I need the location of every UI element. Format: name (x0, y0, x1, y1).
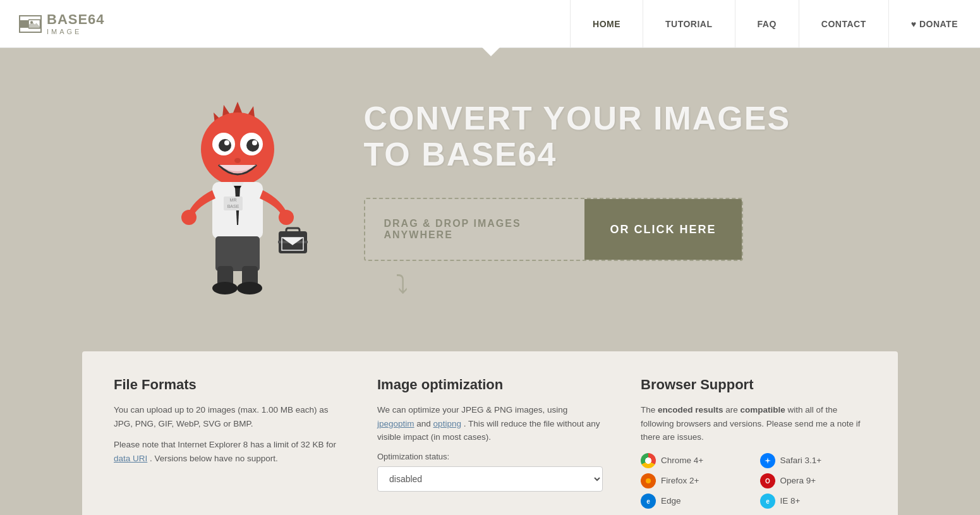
safari-label: Safari 3.1+ (780, 456, 822, 465)
opera-icon: O (760, 473, 775, 488)
svg-point-11 (246, 139, 259, 152)
file-formats-heading: File Formats (114, 377, 339, 393)
image-optimization-para: We can optimize your JPEG & PNG images, … (377, 403, 603, 444)
mascot-area: MR BASE (136, 99, 339, 301)
nav-tutorial[interactable]: TUTORIAL (643, 0, 735, 47)
mascot-illustration: MR BASE (155, 99, 320, 301)
svg-marker-18 (234, 186, 241, 188)
opera-label: Opera 9+ (780, 476, 816, 485)
browser-item-safari: Safari 3.1+ (760, 453, 867, 468)
svg-point-37 (646, 478, 651, 483)
svg-point-23 (279, 210, 294, 225)
browser-item-ie: e IE 8+ (760, 494, 867, 509)
svg-point-27 (212, 282, 238, 294)
browser-item-chrome: Chrome 4+ (641, 453, 747, 468)
logo-subtitle: IMAGE (47, 28, 105, 35)
optipng-link[interactable]: optipng (433, 419, 461, 428)
browser-item-firefox: Firefox 2+ (641, 473, 747, 488)
logo-text: BASE64 IMAGE (47, 12, 105, 35)
logo-area: BASE64 IMAGE (0, 12, 570, 35)
browser-support-intro: The encoded results are compatible with … (641, 403, 866, 444)
svg-rect-24 (215, 236, 260, 271)
jpegoptim-link[interactable]: jpegoptim (377, 419, 414, 428)
svg-point-2 (30, 21, 33, 23)
browser-item-edge: e Edge (641, 494, 747, 509)
browser-support-col: Browser Support The encoded results are … (641, 377, 866, 509)
hero-title-line2: TO BASE64 (364, 136, 844, 173)
svg-point-14 (234, 158, 241, 163)
header: BASE64 IMAGE HOME TUTORIAL FAQ CONTACT ♥… (0, 0, 980, 48)
edge-label: Edge (661, 496, 681, 506)
image-optimization-col: Image optimization We can optimize your … (377, 377, 603, 509)
svg-text:e: e (646, 498, 650, 505)
arrow-hint: ⤵ (396, 270, 844, 299)
hero-inner: MR BASE (111, 99, 869, 301)
svg-point-10 (219, 139, 231, 152)
drag-drop-label: DRAG & DROP IMAGES ANYWHERE (384, 218, 566, 241)
ie-icon: e (760, 494, 775, 509)
chrome-label: Chrome 4+ (661, 456, 703, 465)
logo-icon (19, 15, 42, 33)
svg-marker-1 (28, 21, 40, 28)
svg-point-13 (252, 140, 257, 145)
upload-zone[interactable]: DRAG & DROP IMAGES ANYWHERE OR CLICK HER… (364, 198, 743, 261)
ie-label: IE 8+ (780, 496, 801, 506)
file-formats-para1: You can upload up to 20 images (max. 1.0… (114, 403, 339, 430)
file-formats-col: File Formats You can upload up to 20 ima… (114, 377, 339, 509)
main-nav: HOME TUTORIAL FAQ CONTACT ♥ DONATE (570, 0, 980, 47)
nav-donate[interactable]: ♥ DONATE (888, 0, 980, 47)
optimization-select[interactable]: disabled low medium high (377, 466, 603, 492)
data-uri-link[interactable]: data URI (114, 454, 147, 463)
click-here-button[interactable]: OR CLICK HERE (584, 199, 741, 260)
svg-point-12 (224, 140, 229, 145)
svg-text:MR: MR (229, 198, 236, 202)
edge-icon: e (641, 494, 656, 509)
file-formats-para2: Please note that Internet Explorer 8 has… (114, 438, 339, 465)
firefox-icon (641, 473, 656, 488)
nav-contact[interactable]: CONTACT (799, 0, 888, 47)
svg-point-28 (237, 282, 262, 294)
info-section: File Formats You can upload up to 20 ima… (82, 351, 898, 515)
svg-text:e: e (766, 498, 770, 505)
nav-home[interactable]: HOME (570, 0, 643, 47)
nav-faq[interactable]: FAQ (735, 0, 799, 47)
svg-text:O: O (765, 478, 770, 485)
hero-content: CONVERT YOUR IMAGES TO BASE64 DRAG & DRO… (339, 100, 844, 299)
hero-title-line1: CONVERT YOUR IMAGES (364, 100, 844, 136)
chrome-icon (641, 453, 656, 468)
logo-title: BASE64 (47, 12, 105, 27)
logo-image-icon (28, 19, 40, 29)
drag-drop-area[interactable]: DRAG & DROP IMAGES ANYWHERE (365, 199, 585, 260)
optimization-label: Optimization status: (377, 452, 603, 461)
svg-text:BASE: BASE (227, 204, 239, 209)
browser-grid: Chrome 4+ Safari 3.1+ Firefox 2+ O (641, 453, 866, 509)
svg-point-22 (181, 210, 197, 225)
hero-section: MR BASE (0, 48, 980, 339)
hero-title: CONVERT YOUR IMAGES TO BASE64 (364, 100, 844, 173)
browser-support-heading: Browser Support (641, 377, 866, 393)
nav-dropdown-indicator (482, 47, 500, 56)
browser-item-opera: O Opera 9+ (760, 473, 867, 488)
safari-icon (760, 453, 775, 468)
image-optimization-heading: Image optimization (377, 377, 603, 393)
firefox-label: Firefox 2+ (661, 476, 699, 485)
